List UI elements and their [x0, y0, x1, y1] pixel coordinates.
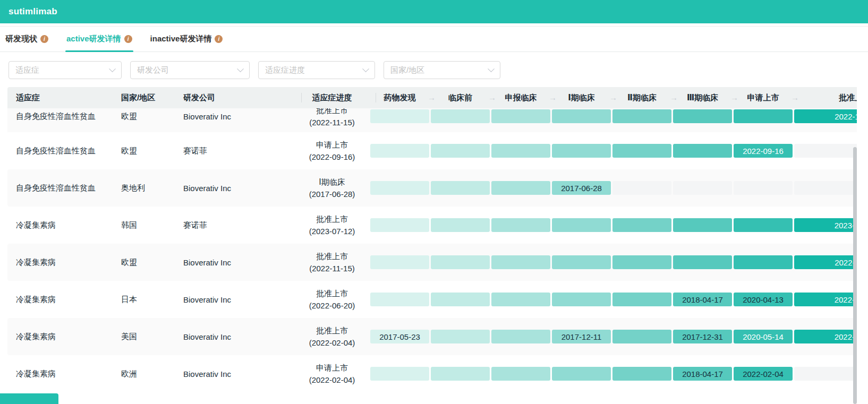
stage-cell-4: 2017-06-28	[552, 181, 611, 195]
tab-bar: 研发现状iactive研发详情iinactive研发详情i	[0, 27, 868, 52]
tab-rd-status[interactable]: 研发现状i	[4, 27, 49, 51]
stage-cell-8	[794, 367, 857, 381]
stage-cell-6	[673, 144, 732, 158]
stage-cell-1	[370, 293, 429, 306]
stage-cell-4: 2017-12-11	[552, 330, 611, 343]
stage-bar-filled	[734, 109, 793, 123]
tab-label: inactive研发详情	[150, 34, 212, 44]
stage-cell-7	[734, 109, 793, 123]
stage-bar-filled	[673, 109, 732, 123]
stage-cell-3	[491, 330, 550, 343]
stage-cell-7: 2020-05-14	[734, 330, 793, 343]
bottom-partial-bar	[0, 393, 58, 404]
stage-cell-5	[612, 109, 671, 123]
stage-date-label: 2020-05-14	[743, 332, 784, 341]
stage-bar-filled: 2017-12-11	[552, 330, 611, 343]
stage-bar-filled	[612, 144, 671, 158]
table-row[interactable]: 自身免疫性溶血性贫血欧盟Bioverativ Inc批准上市(2022-11-1…	[7, 108, 857, 132]
stage-cell-1	[370, 144, 429, 158]
active-tab-underline	[65, 50, 133, 52]
table-row[interactable]: 冷凝集素病日本Bioverativ Inc批准上市(2022-06-20)201…	[7, 281, 857, 318]
cell-progress: 申请上市(2022-09-16)	[294, 139, 370, 163]
stage-cell-7	[734, 255, 793, 269]
stage-cell-7: 2022-02-04	[734, 367, 793, 381]
progress-stage-text: 批准上市	[294, 213, 370, 225]
stage-cell-3	[491, 218, 550, 232]
stage-cell-8: 2022-02-04	[794, 330, 857, 343]
table-row[interactable]: 冷凝集素病美国Bioverativ Inc批准上市(2022-02-04)201…	[7, 318, 857, 355]
table-row[interactable]: 冷凝集素病欧盟Bioverativ Inc批准上市(2022-11-15)202…	[7, 244, 857, 281]
drug-title: sutimlimab	[8, 6, 57, 17]
stage-date-label: 2018-04-17	[682, 295, 723, 304]
info-icon[interactable]: i	[124, 35, 132, 43]
stage-cell-8	[794, 144, 857, 158]
stage-bar-filled	[431, 330, 490, 343]
cell-region: 美国	[121, 332, 183, 342]
stage-header-label: 药物发现	[384, 93, 416, 102]
stage-headers: 药物发现→临床前→申报临床→Ⅰ期临床→Ⅱ期临床→Ⅲ期临床→申请上市→批准上市	[370, 93, 857, 103]
stage-header-2: 临床前→	[431, 93, 490, 103]
stage-cell-7: 2022-09-16	[734, 144, 793, 158]
progress-date-text: (2023-07-12)	[294, 225, 370, 237]
table-row[interactable]: 自身免疫性溶血性贫血欧盟赛诺菲申请上市(2022-09-16)2022-09-1…	[7, 132, 857, 169]
stage-bar-filled	[491, 181, 550, 195]
cell-company: Bioverativ Inc	[183, 332, 294, 341]
company-filter[interactable]: 研发公司	[130, 61, 250, 79]
info-icon[interactable]: i	[40, 35, 48, 43]
stage-cell-4	[552, 144, 611, 158]
stage-date-label: 2022-11-15	[835, 112, 857, 121]
stage-bar-filled	[370, 109, 429, 123]
stage-header-label: 批准上市	[839, 93, 857, 102]
stage-bar-filled	[370, 255, 429, 269]
stage-bar-filled	[431, 144, 490, 158]
stage-cell-5	[612, 144, 671, 158]
table-header-row: 适应症 国家/地区 研发公司 适应症进度 药物发现→临床前→申报临床→Ⅰ期临床→…	[7, 87, 857, 108]
cell-indication: 自身免疫性溶血性贫血	[7, 111, 121, 122]
stage-cell-3	[491, 144, 550, 158]
stage-bar-empty	[612, 181, 671, 195]
region-filter[interactable]: 国家/地区	[384, 61, 500, 79]
cell-progress: 批准上市(2022-02-04)	[294, 324, 370, 349]
stage-header-label: 申请上市	[747, 93, 779, 102]
indication-filter[interactable]: 适应症	[8, 61, 122, 79]
cell-progress: 批准上市(2022-11-15)	[294, 108, 370, 128]
stage-bar-empty	[794, 367, 857, 381]
stage-bar-empty	[673, 181, 732, 195]
vertical-scrollbar-thumb[interactable]	[853, 147, 857, 404]
stage-bar-filled: 2022-09-16	[734, 144, 793, 158]
stage-cell-8: 2023-07-12	[794, 218, 857, 232]
stage-header-5: Ⅱ期临床→	[612, 93, 671, 103]
stage-bar-filled: 2020-04-13	[734, 293, 793, 306]
stage-bar-filled: 2022-11-15	[794, 255, 857, 269]
stage-cell-6: 2018-04-17	[673, 293, 732, 306]
table-row[interactable]: 自身免疫性溶血性贫血奥地利Bioverativ IncⅠ期临床(2017-06-…	[7, 169, 857, 207]
tab-inactive-rd-detail[interactable]: inactive研发详情i	[149, 27, 224, 51]
stage-date-label: 2018-04-17	[682, 369, 723, 379]
stage-cell-2	[431, 144, 490, 158]
table-row[interactable]: 冷凝集素病韩国赛诺菲批准上市(2023-07-12)2023-07-12	[7, 207, 857, 244]
cell-indication: 冷凝集素病	[7, 220, 121, 230]
stage-bar-filled	[370, 181, 429, 195]
stage-cell-7	[734, 218, 793, 232]
stage-cell-8: 2022-06-20	[794, 293, 857, 306]
stage-header-8: 批准上市	[794, 93, 857, 103]
tab-active-rd-detail[interactable]: active研发详情i	[65, 27, 133, 51]
table-row[interactable]: 冷凝集素病欧洲Bioverativ Inc申请上市(2022-02-04)201…	[7, 355, 857, 390]
progress-filter[interactable]: 适应症进度	[258, 61, 375, 79]
stage-bar-filled: 2017-06-28	[552, 181, 611, 195]
stage-bar-filled	[552, 144, 611, 158]
pipeline-table: 适应症 国家/地区 研发公司 适应症进度 药物发现→临床前→申报临床→Ⅰ期临床→…	[7, 87, 857, 390]
stage-bar-filled	[431, 293, 490, 306]
stage-cell-8: 2022-11-15	[794, 255, 857, 269]
stage-bar-filled: 2020-05-14	[734, 330, 793, 343]
stage-date-label: 2022-09-16	[743, 147, 784, 156]
stage-cell-2	[431, 330, 490, 343]
column-header-region: 国家/地区	[121, 93, 183, 103]
stage-date-label: 2022-02-04	[743, 369, 784, 379]
stage-cell-1	[370, 367, 429, 381]
info-icon[interactable]: i	[215, 35, 223, 43]
stage-bar-filled: 2022-11-15	[794, 109, 857, 123]
progress-stage-text: 批准上市	[294, 324, 370, 337]
stage-bar-filled	[370, 367, 429, 381]
stage-cell-4	[552, 367, 611, 381]
